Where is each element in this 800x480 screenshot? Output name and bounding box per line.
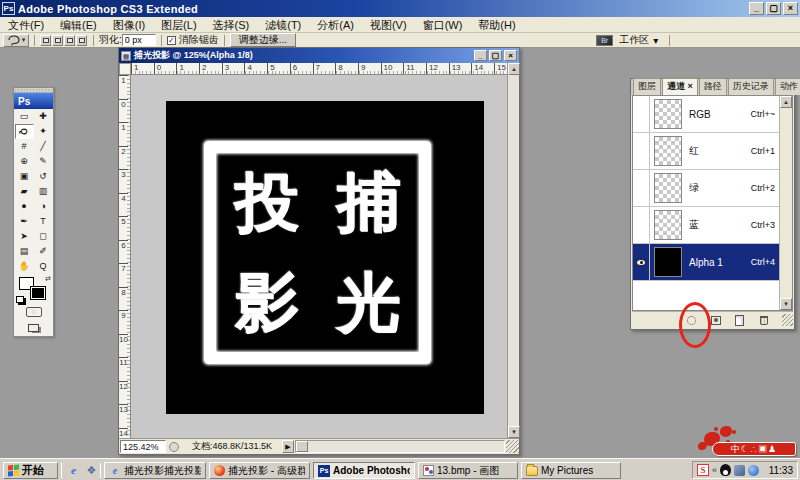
move-tool[interactable]: ✚ (34, 109, 53, 124)
crop-tool[interactable]: # (15, 139, 34, 154)
scrollbar-thumb[interactable] (296, 441, 308, 452)
channel-row[interactable]: RGB Ctrl+~ (633, 96, 792, 133)
doc-restore-button[interactable]: ▢ (489, 50, 502, 61)
antialias-checkbox[interactable]: ✓ (167, 36, 176, 45)
status-menu-arrow[interactable]: ▶ (282, 440, 294, 453)
go-to-bridge-icon[interactable]: Br (596, 35, 613, 46)
save-selection-as-channel-button[interactable] (709, 314, 722, 326)
gradient-tool[interactable]: ▥ (34, 184, 53, 199)
vertical-scrollbar[interactable]: ▲ ▼ (507, 63, 519, 438)
menu-item[interactable]: 图像(I) (105, 17, 153, 33)
intersect-selection-button[interactable] (76, 35, 87, 46)
tool-preset-picker[interactable]: ▾ (3, 34, 29, 47)
canvas-area[interactable]: 投 捕 影 光 (131, 75, 507, 438)
panel-tab[interactable]: 通道 × (662, 78, 698, 95)
panel-tab[interactable]: 路径 (699, 78, 727, 95)
zoom-level-field[interactable]: 125.42% (120, 440, 166, 453)
scroll-down-arrow[interactable]: ▼ (780, 298, 792, 310)
panel-tab[interactable]: 图层 (633, 78, 661, 95)
screen-mode-button[interactable] (14, 319, 53, 336)
refine-edge-button[interactable]: 调整边缘... (230, 33, 296, 47)
quick-mask-button[interactable]: ◌ (14, 304, 53, 319)
scroll-up-arrow[interactable]: ▲ (508, 63, 520, 75)
history-brush-tool[interactable]: ↺ (34, 169, 53, 184)
taskbar-item-paint[interactable]: 13.bmp - 画图 (418, 462, 518, 479)
type-tool[interactable]: T (34, 214, 53, 229)
swap-colors-icon[interactable]: ⇄ (45, 275, 51, 283)
taskbar-item-browser[interactable]: e 捕光投影捕光投影 客... (104, 462, 206, 479)
tray-chevron-icon[interactable]: « (712, 465, 717, 475)
add-to-selection-button[interactable] (52, 35, 63, 46)
channel-row[interactable]: 蓝 Ctrl+3 (633, 207, 792, 244)
menu-item[interactable]: 滤镜(T) (257, 17, 309, 33)
magic-wand-tool[interactable]: ✦ (34, 124, 53, 139)
eraser-tool[interactable]: ▰ (15, 184, 34, 199)
subtract-from-selection-button[interactable] (64, 35, 75, 46)
blur-tool[interactable]: ● (15, 199, 34, 214)
delete-channel-button[interactable] (758, 314, 771, 326)
zoom-tool[interactable]: Q (34, 259, 53, 274)
doc-minimize-button[interactable]: _ (474, 50, 487, 61)
taskbar-item-qq-group[interactable]: 捕光投影 - 高级群 (209, 462, 310, 479)
panel-resize-grip[interactable] (782, 314, 793, 326)
app-titlebar[interactable]: Ps Adobe Photoshop CS3 Extended _ ▢ × (0, 0, 800, 17)
new-selection-button[interactable] (40, 35, 51, 46)
visibility-toggle[interactable] (633, 207, 650, 243)
healing-brush-tool[interactable]: ⊕ (15, 154, 34, 169)
document-titlebar[interactable]: ▦ 捕光投影 @ 125%(Alpha 1/8) _ ▢ × (119, 48, 519, 63)
panel-scrollbar[interactable]: ▲ ▼ (779, 96, 792, 310)
workspace-dropdown[interactable]: 工作区 ▾ (613, 33, 664, 47)
channel-row[interactable]: Alpha 1 Ctrl+4 (633, 244, 792, 281)
start-button[interactable]: 开始 (3, 462, 58, 479)
alpha-channel-image[interactable]: 投 捕 影 光 (166, 101, 484, 414)
dodge-tool[interactable]: ◑ (34, 199, 53, 214)
close-button[interactable]: × (783, 2, 798, 15)
menu-item[interactable]: 分析(A) (309, 17, 362, 33)
visibility-toggle[interactable] (633, 170, 650, 206)
restore-button[interactable]: ▢ (766, 2, 781, 15)
menu-item[interactable]: 帮助(H) (470, 17, 523, 33)
tray-icon[interactable] (734, 465, 745, 476)
lasso-tool[interactable]: Q (15, 124, 34, 139)
visibility-toggle[interactable] (633, 133, 650, 169)
horizontal-scrollbar[interactable] (295, 440, 505, 453)
default-colors-icon[interactable] (16, 296, 24, 303)
qq-tray-icon[interactable] (720, 464, 731, 476)
notes-tool[interactable]: ▤ (15, 244, 34, 259)
minimize-button[interactable]: _ (749, 2, 764, 15)
hand-tool[interactable]: ✋ (15, 259, 34, 274)
background-color-swatch[interactable] (31, 287, 45, 299)
panel-tab[interactable]: 历史记录 (728, 78, 774, 95)
menu-item[interactable]: 文件(F) (0, 17, 52, 33)
taskbar-item-my-pictures[interactable]: My Pictures (521, 462, 621, 479)
doc-close-button[interactable]: × (504, 50, 517, 61)
visibility-toggle[interactable] (633, 244, 650, 280)
visibility-toggle[interactable] (633, 96, 650, 132)
brush-tool[interactable]: ✎ (34, 154, 53, 169)
show-desktop-icon[interactable]: ❖ (84, 463, 99, 478)
menu-item[interactable]: 图层(L) (153, 17, 204, 33)
feather-input[interactable] (122, 34, 156, 46)
pen-tool[interactable]: ✒ (15, 214, 34, 229)
scroll-down-arrow[interactable]: ▼ (508, 426, 520, 438)
menu-item[interactable]: 窗口(W) (415, 17, 471, 33)
channel-row[interactable]: 红 Ctrl+1 (633, 133, 792, 170)
channel-row[interactable]: 绿 Ctrl+2 (633, 170, 792, 207)
menu-item[interactable]: 编辑(E) (52, 17, 105, 33)
resize-grip[interactable] (506, 440, 519, 453)
clone-stamp-tool[interactable]: ▣ (15, 169, 34, 184)
network-tray-icon[interactable] (748, 465, 759, 476)
rectangular-marquee-tool[interactable]: ▭ (15, 109, 34, 124)
menu-item[interactable]: 视图(V) (362, 17, 415, 33)
scroll-up-arrow[interactable]: ▲ (780, 96, 792, 108)
panel-tab[interactable]: 动作 (775, 78, 800, 95)
new-channel-button[interactable] (733, 314, 746, 326)
sogou-tray-icon[interactable]: S (697, 464, 709, 476)
shape-tool[interactable]: ◻ (34, 229, 53, 244)
taskbar-item-photoshop[interactable]: Ps Adobe Photoshop CS3... (313, 462, 415, 479)
slice-tool[interactable]: ╱ (34, 139, 53, 154)
path-selection-tool[interactable]: ➤ (15, 229, 34, 244)
menu-item[interactable]: 选择(S) (205, 17, 258, 33)
ie-quicklaunch-icon[interactable]: e (66, 463, 81, 478)
eyedropper-tool[interactable]: ✐ (34, 244, 53, 259)
